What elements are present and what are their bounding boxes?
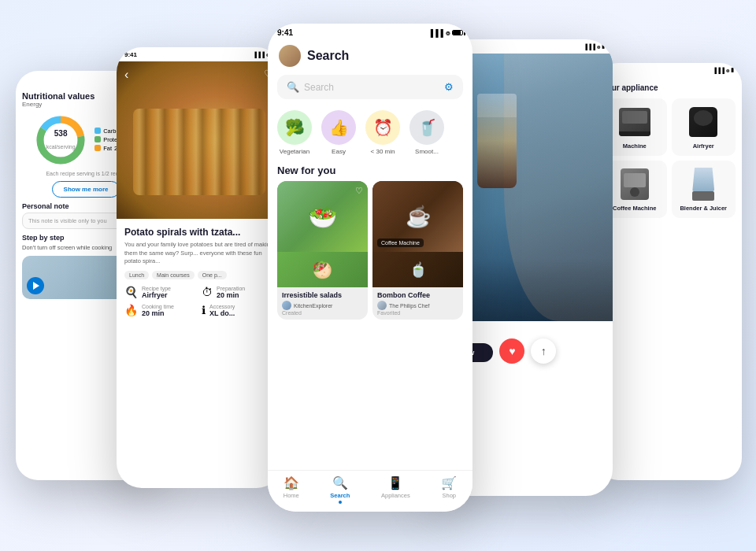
tag-one: One p... [198, 271, 227, 279]
bottom-nav: 🏠 Home 🔍 Search 📱 Appliances 🛒 Shop [268, 470, 472, 512]
cat-vegetarian[interactable]: 🥦 Vegetarian [277, 110, 312, 155]
coffee-machine-img [621, 168, 649, 200]
carbo-dot [94, 128, 101, 134]
salad-title: Irresistible salads [282, 291, 363, 299]
airfryer-top [694, 110, 713, 126]
shop-nav-icon: 🛒 [441, 475, 457, 490]
appliances-nav-label: Appliances [381, 492, 410, 499]
meta-accessory-info: Accessory XL do... [209, 304, 235, 317]
status-bar-appliance: ▐▐▐⌾▮ [596, 63, 742, 77]
meta-prep: ⏱ Preparation 20 min [202, 286, 274, 299]
blender-img [692, 168, 714, 201]
food-grid: 🥗 ♡ 🥙 Irresistible salads KitchenExplore… [268, 181, 472, 320]
coffee-card[interactable]: ☕ Coffee Machine 🍵 Bombon Coffee The Phi… [372, 181, 463, 320]
tag-main: Main courses [152, 271, 195, 279]
cook-value: 20 min [142, 309, 174, 317]
tag-lunch: Lunch [124, 271, 149, 279]
salad-heart-icon[interactable]: ♡ [355, 186, 363, 196]
blender-jar [692, 168, 714, 191]
user-avatar [279, 45, 301, 67]
filter-icon[interactable]: ⚙ [444, 81, 454, 93]
accessory-value: XL do... [209, 309, 235, 317]
coffee-machine-icon [615, 167, 654, 202]
coffee-badge: Coffee Machine [377, 239, 424, 247]
nav-home[interactable]: 🏠 Home [284, 475, 299, 504]
salad-card-info: Irresistible salads KitchenExplorer Crea… [277, 287, 368, 320]
prep-label: Preparation [217, 286, 245, 291]
appliance-card-blender[interactable]: Blender & Juicer [672, 161, 736, 218]
fat-label: Fat [103, 145, 112, 152]
meta-prep-info: Preparation 20 min [217, 286, 245, 299]
kitchen-explorer-avatar [282, 301, 291, 310]
cat-vegetarian-label: Vegetarian [280, 148, 309, 155]
cat-smoothie-label: Smoot... [415, 148, 439, 155]
machine-name: Machine [623, 142, 647, 150]
protein-dot [94, 136, 101, 142]
donut-center: 538 kcal/serving [46, 129, 76, 152]
cat-smoothie-icon: 🥤 [410, 110, 444, 145]
play-button[interactable] [27, 277, 44, 294]
cat-smoothie[interactable]: 🥤 Smoot... [410, 110, 444, 155]
avatar-image [279, 45, 301, 67]
appliance-card-airfryer[interactable]: Airfryer [672, 98, 736, 156]
meta-type-info: Recipe type Airfryer [142, 286, 171, 299]
appliance-status-icons: ▐▐▐⌾▮ [713, 67, 734, 73]
author-name-coffee: The Philips Chef [389, 303, 429, 309]
cat-30min-label: < 30 min [371, 148, 395, 155]
cook-icon: 🔥 [124, 304, 138, 316]
salad-card[interactable]: 🥗 ♡ 🥙 Irresistible salads KitchenExplore… [277, 181, 368, 320]
blender-name: Blender & Juicer [680, 205, 727, 212]
wifi-icon: ⌾ [446, 29, 450, 37]
fat-dot [94, 145, 101, 151]
appliance-section-title: your appliance [602, 83, 736, 92]
search-bar[interactable]: 🔍 Search ⚙ [277, 75, 463, 99]
cat-30min[interactable]: ⏰ < 30 min [365, 110, 400, 155]
blender-icon [684, 167, 723, 202]
appliances-nav-icon: 📱 [387, 475, 403, 490]
donut-wrap: 538 kcal/serving [33, 113, 88, 168]
meta-cook: 🔥 Cooking time 20 min [124, 304, 197, 317]
phone-search: 9:41 ▐▐▐ ⌾ Search 🔍 Search ⚙ 🥦 Vegetaria… [268, 24, 472, 512]
coffee-emoji: ☕ [406, 205, 431, 229]
signal-icon: ▐▐▐ [428, 29, 443, 37]
accessory-icon: ℹ [202, 304, 206, 316]
back-button[interactable]: ‹ [124, 68, 128, 82]
play-icon [33, 282, 39, 290]
nav-shop[interactable]: 🛒 Shop [441, 475, 457, 504]
espresso-emoji: 🍵 [372, 252, 463, 287]
search-title: Search [307, 49, 349, 63]
nav-search[interactable]: 🔍 Search [330, 475, 350, 504]
salad-second-img: 🥙 [277, 252, 368, 287]
machine-icon [615, 105, 654, 139]
recipe-hero: ‹ ♡ [117, 61, 282, 219]
search-active-dot [339, 501, 342, 504]
coffee-machine-spout [630, 187, 639, 197]
phone-recipe: 9:41 ▐▐▐⌾▮ ‹ ♡ Potato spirals with tzata… [117, 47, 282, 488]
search-placeholder[interactable]: Search [304, 82, 439, 93]
salad-hero-img: 🥗 [277, 181, 368, 252]
share-button[interactable]: ↑ [531, 338, 556, 364]
philips-chef-avatar [377, 301, 387, 310]
machine-base [619, 131, 650, 136]
cat-vegetarian-icon: 🥦 [277, 110, 312, 145]
recipe-title: Potato spirals with tzata... [124, 227, 274, 238]
coffee-author: The Philips Chef [377, 301, 458, 310]
show-more-button[interactable]: Show me more [52, 181, 120, 198]
coffee-card-info: Bombon Coffee The Philips Chef Favorited [372, 287, 463, 320]
author-name-salad: KitchenExplorer [294, 303, 332, 309]
recipe-time: 9:41 [124, 51, 137, 58]
search-time: 9:41 [277, 28, 293, 37]
status-bar-recipe: 9:41 ▐▐▐⌾▮ [117, 47, 282, 61]
cat-easy[interactable]: 👍 Easy [321, 110, 356, 155]
latte-foam [477, 94, 517, 117]
prep-icon: ⏱ [202, 286, 213, 298]
categories-row: 🥦 Vegetarian 👍 Easy ⏰ < 30 min 🥤 Smoot..… [268, 104, 472, 161]
prep-value: 20 min [217, 291, 245, 299]
nav-appliances[interactable]: 📱 Appliances [381, 475, 410, 504]
heart-button[interactable]: ♥ [499, 338, 524, 364]
coffee-hero-img: ☕ Coffee Machine [372, 181, 463, 252]
salad-action: Created [282, 310, 363, 316]
search-magnifier-icon: 🔍 [287, 81, 299, 93]
battery-icon [452, 30, 463, 35]
coffee-machine-front [624, 173, 646, 187]
